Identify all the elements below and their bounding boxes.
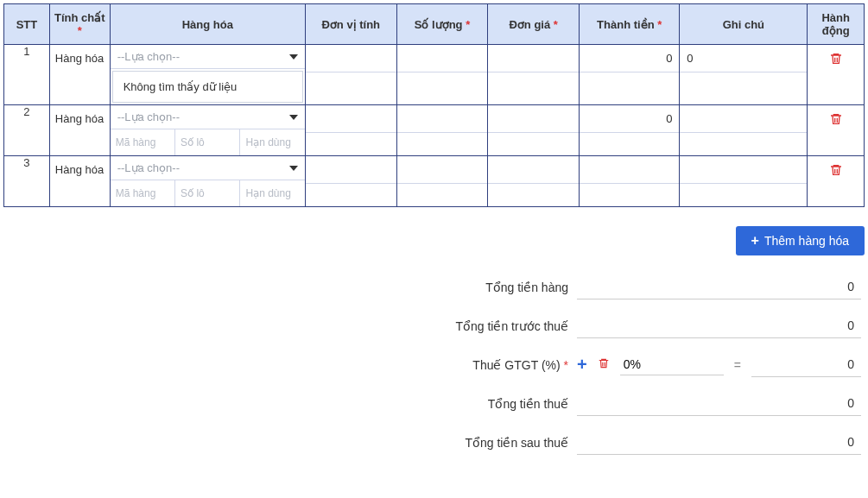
row-thanhtien[interactable]: 0 — [580, 105, 680, 156]
goods-select[interactable]: --Lựa chọn-- — [111, 156, 305, 180]
col-hanghoa: Hàng hóa — [110, 4, 305, 45]
row-stt: 1 — [4, 45, 50, 105]
total-row-truoc-thue: Tổng tiền trước thuế 0 — [3, 306, 865, 345]
chevron-down-icon — [289, 166, 298, 171]
table-row: 2 Hàng hóa --Lựa chọn-- 0 — [4, 105, 865, 156]
total-row-sau-thue: Tổng tiền sau thuế 0 — [3, 423, 865, 462]
add-tax-button[interactable]: + — [577, 355, 587, 375]
col-ghichu: Ghi chú — [680, 4, 808, 45]
total-sau-thue-value: 0 — [577, 430, 861, 455]
row-hanghoa: --Lựa chọn-- — [110, 105, 305, 156]
row-dongia[interactable] — [488, 45, 580, 105]
col-tinhchat: Tính chất * — [49, 4, 110, 45]
row-dvt[interactable] — [305, 156, 396, 207]
col-stt: STT — [4, 4, 50, 45]
row-thanhtien[interactable]: 0 — [580, 45, 680, 105]
mahang-input[interactable] — [111, 180, 175, 206]
col-thanhtien: Thành tiền * — [580, 4, 680, 45]
add-goods-button[interactable]: + Thêm hàng hóa — [736, 226, 865, 255]
handung-input[interactable] — [240, 129, 304, 155]
row-soluong[interactable] — [396, 156, 488, 207]
row-soluong[interactable] — [396, 105, 488, 156]
delete-row-button[interactable] — [829, 105, 843, 129]
row-stt: 2 — [4, 105, 50, 156]
delete-tax-button[interactable] — [598, 357, 610, 372]
row-soluong[interactable] — [396, 45, 488, 105]
goods-details — [111, 180, 305, 206]
handung-input[interactable] — [240, 180, 304, 206]
row-stt: 3 — [4, 156, 50, 207]
row-ghichu[interactable] — [680, 156, 808, 207]
total-row-thue-gtgt: Thuế GTGT (%) * + = 0 — [3, 345, 865, 384]
goods-details — [111, 129, 305, 155]
goods-select[interactable]: --Lựa chọn-- — [111, 105, 305, 129]
total-row-tien-thue: Tổng tiền thuế 0 — [3, 384, 865, 423]
mahang-input[interactable] — [111, 129, 175, 155]
row-dongia[interactable] — [488, 156, 580, 207]
table-row: 1 Hàng hóa --Lựa chọn-- Không tìm thấy d… — [4, 45, 865, 105]
row-ghichu[interactable] — [680, 105, 808, 156]
row-hanghoa: --Lựa chọn-- — [110, 156, 305, 207]
total-row-tien-hang: Tổng tiền hàng 0 — [3, 268, 865, 306]
row-action — [808, 156, 865, 207]
col-dongia: Đơn giá * — [488, 4, 580, 45]
row-dongia[interactable] — [488, 105, 580, 156]
row-tinhchat[interactable]: Hàng hóa — [49, 156, 110, 207]
table-row: 3 Hàng hóa --Lựa chọn-- — [4, 156, 865, 207]
row-hanghoa: --Lựa chọn-- Không tìm thấy dữ liệu — [110, 45, 305, 105]
goods-select[interactable]: --Lựa chọn-- — [111, 45, 305, 69]
total-tien-thue-value: 0 — [577, 391, 861, 416]
plus-icon: + — [751, 234, 759, 248]
row-thanhtien[interactable] — [580, 156, 680, 207]
chevron-down-icon — [289, 115, 298, 120]
tax-value: 0 — [751, 352, 861, 377]
solo-input[interactable] — [175, 129, 240, 155]
solo-input[interactable] — [175, 180, 240, 206]
delete-row-button[interactable] — [829, 45, 843, 68]
row-action — [808, 45, 865, 105]
col-hanhdong: Hành động — [808, 4, 865, 45]
delete-row-button[interactable] — [829, 156, 843, 180]
row-tinhchat[interactable]: Hàng hóa — [49, 105, 110, 156]
goods-table: STT Tính chất * Hàng hóa Đơn vị tính Số … — [3, 3, 865, 207]
row-action — [808, 105, 865, 156]
row-ghichu[interactable]: 0 — [680, 45, 808, 105]
tax-pct-input[interactable] — [620, 354, 724, 375]
chevron-down-icon — [289, 54, 298, 60]
row-dvt[interactable] — [305, 105, 396, 156]
col-soluong: Số lượng * — [396, 4, 488, 45]
equals-sign: = — [734, 358, 741, 372]
col-dvt: Đơn vị tính — [305, 4, 396, 45]
row-dvt[interactable] — [305, 45, 396, 105]
total-tien-hang-value: 0 — [577, 274, 861, 299]
totals-section: Tổng tiền hàng 0 Tổng tiền trước thuế 0 … — [3, 268, 865, 462]
total-truoc-thue-value: 0 — [577, 313, 861, 338]
goods-dropdown-empty: Không tìm thấy dữ liệu — [112, 71, 303, 103]
action-bar: + Thêm hàng hóa — [3, 226, 865, 255]
row-tinhchat[interactable]: Hàng hóa — [49, 45, 110, 105]
